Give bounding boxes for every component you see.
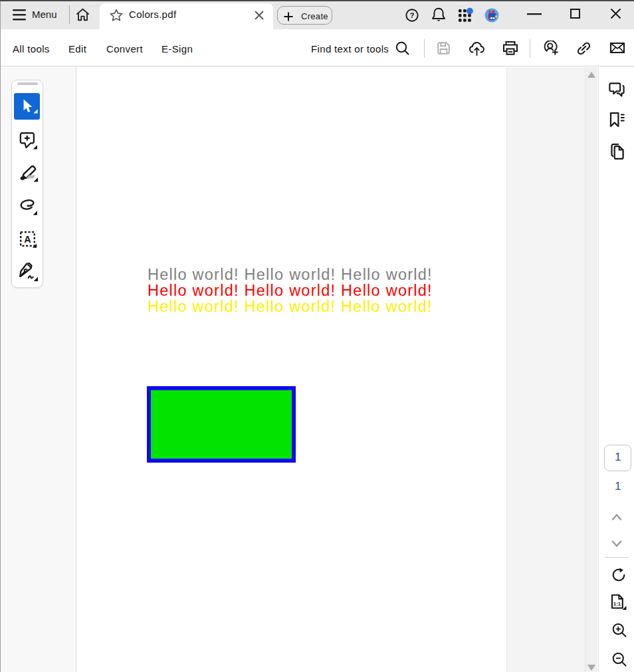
svg-text:A: A: [24, 234, 31, 245]
svg-text:1:1: 1:1: [613, 601, 621, 607]
svg-text:?: ?: [409, 11, 414, 19]
